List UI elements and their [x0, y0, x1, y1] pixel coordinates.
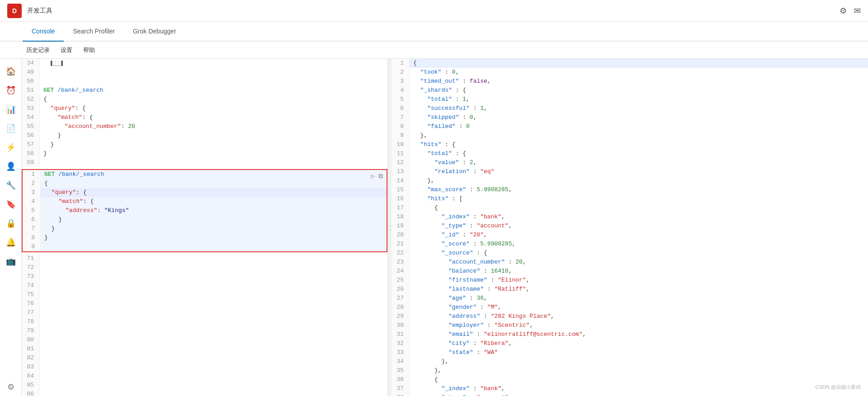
sidebar-icon-chart[interactable]: 📊 — [2, 100, 20, 118]
app-title: 开发工具 — [27, 7, 834, 15]
output-line: 21 "_score" : 5.9908285, — [392, 240, 868, 249]
output-line: 24 "balance" : 16418, — [392, 267, 868, 276]
toolbar-help[interactable]: 帮助 — [80, 44, 99, 56]
code-line: 74 — [22, 281, 387, 290]
sidebar-icon-stack[interactable]: ⚡ — [2, 138, 20, 156]
output-line: 6 "successful" : 1, — [392, 104, 868, 113]
code-line: 50 — [22, 77, 387, 86]
code-line: 78 — [22, 317, 387, 326]
output-line: 9 }, — [392, 131, 868, 140]
sidebar-icon-gear[interactable]: ⚙ — [2, 378, 20, 396]
tab-console[interactable]: Console — [23, 22, 64, 42]
code-line: 4 "match": { — [23, 197, 387, 206]
panels: 34 ███ 49 50 51 GET /bank/_search 52 — [22, 59, 868, 396]
code-line: 77 — [22, 308, 387, 317]
settings-icon[interactable]: ⚙ — [840, 6, 847, 16]
app-logo: D — [7, 4, 22, 18]
panel-divider[interactable]: ⋮⋮ — [388, 59, 392, 396]
tab-grok-debugger[interactable]: Grok Debugger — [124, 22, 185, 42]
output-line: 22 "_source" : { — [392, 249, 868, 258]
sidebar: 🏠 ⏰ 📊 📄 ⚡ 👤 🔧 🔖 🔒 🔔 📺 ⚙ — [0, 59, 22, 396]
output-line: 30 "employer" : "Scentric", — [392, 321, 868, 330]
tab-bar: Console Search Profiler Grok Debugger — [0, 22, 868, 42]
output-line: 12 "value" : 2, — [392, 158, 868, 167]
sidebar-icon-person[interactable]: 👤 — [2, 157, 20, 175]
output-line: 13 "relation" : "eq" — [392, 167, 868, 176]
output-line: 37 "_index" : "bank", — [392, 384, 868, 393]
code-line: 2 { — [23, 179, 387, 188]
output-line: 7 "skipped" : 0, — [392, 113, 868, 122]
code-line: 6 } — [23, 215, 387, 224]
sidebar-icon-tag[interactable]: 🔖 — [2, 195, 20, 213]
code-line: 7 } — [23, 224, 387, 233]
code-line: 49 — [22, 68, 387, 77]
code-line: 76 — [22, 299, 387, 308]
sidebar-icon-settings2[interactable]: 🔧 — [2, 176, 20, 194]
run-icon[interactable]: ▷ — [371, 172, 375, 181]
code-line: 52 { — [22, 95, 387, 104]
sidebar-icon-home[interactable]: 🏠 — [2, 62, 20, 80]
code-line: 51 GET /bank/_search — [22, 86, 387, 95]
code-line: 53 "query": { — [22, 104, 387, 113]
sidebar-icon-doc[interactable]: 📄 — [2, 119, 20, 137]
code-line: 83 — [22, 363, 387, 372]
code-line: 54 "match": { — [22, 113, 387, 122]
code-line: 79 — [22, 326, 387, 335]
output-line: 20 "_id" : "20", — [392, 231, 868, 240]
output-line: 27 "age" : 36, — [392, 294, 868, 303]
output-line: 4 "_shards" : { — [392, 86, 868, 95]
code-line: 9 — [23, 242, 387, 251]
output-line: 18 "_index" : "bank", — [392, 212, 868, 222]
toolbar-history[interactable]: 历史记录 — [23, 44, 53, 56]
mail-icon[interactable]: ✉ — [854, 6, 861, 16]
code-line: 5 "address": "Kings" — [23, 206, 387, 215]
toolbar: 历史记录 设置 帮助 — [0, 42, 868, 59]
code-line: 34 ███ — [22, 59, 387, 68]
output-line: 15 "max_score" : 5.9908285, — [392, 185, 868, 194]
code-line: 75 — [22, 290, 387, 299]
tab-search-profiler[interactable]: Search Profiler — [64, 22, 124, 42]
output-line: 35 }, — [392, 366, 868, 375]
code-line: 8 } — [23, 233, 387, 242]
output-line: 19 "_type" : "account", — [392, 222, 868, 231]
sidebar-icon-alert[interactable]: 🔔 — [2, 233, 20, 251]
sidebar-icon-lock[interactable]: 🔒 — [2, 214, 20, 232]
output-line: 25 "firstname" : "Elinor", — [392, 276, 868, 285]
code-line: 1 GET /bank/_search — [23, 170, 387, 179]
code-line: 55 "account_number": 20 — [22, 122, 387, 131]
top-bar: D 开发工具 ⚙ ✉ — [0, 0, 868, 22]
output-line: 5 "total" : 1, — [392, 95, 868, 104]
copy-icon[interactable]: ⧉ — [378, 172, 383, 181]
code-line: 59 — [22, 158, 387, 167]
output-line: 16 "hits" : [ — [392, 194, 868, 203]
output-line: 32 "city" : "Ribera", — [392, 339, 868, 348]
editor-panel: 34 ███ 49 50 51 GET /bank/_search 52 — [22, 59, 388, 396]
code-line: 82 — [22, 354, 387, 363]
output-panel[interactable]: 1 { 2 "took" : 0, 3 "timed_out" : false,… — [392, 59, 868, 396]
code-line: 58 } — [22, 149, 387, 158]
output-line: 11 "total" : { — [392, 149, 868, 158]
code-line: 73 — [22, 272, 387, 281]
code-line: 56 } — [22, 131, 387, 140]
output-line: 17 { — [392, 203, 868, 212]
output-line: 33 "state" : "WA" — [392, 348, 868, 357]
output-line: 28 "gender" : "M", — [392, 303, 868, 312]
output-line: 34 }, — [392, 357, 868, 366]
output-line: 38 "_type" : "account", — [392, 393, 868, 396]
highlighted-block: ▷ ⧉ 1 GET /bank/_search 2 { 3 "query": { — [22, 169, 387, 252]
code-line: 71 — [22, 254, 387, 263]
top-bar-icons: ⚙ ✉ — [840, 6, 861, 16]
editor-code-area[interactable]: 34 ███ 49 50 51 GET /bank/_search 52 — [22, 59, 387, 396]
output-line: 14 }, — [392, 176, 868, 185]
code-line: 3 "query": { — [23, 188, 387, 197]
sidebar-icon-clock[interactable]: ⏰ — [2, 81, 20, 99]
output-line: 29 "address" : "282 Kings Place", — [392, 312, 868, 321]
code-line: 80 — [22, 335, 387, 344]
sidebar-icon-monitor[interactable]: 📺 — [2, 252, 20, 270]
output-line: 10 "hits" : { — [392, 140, 868, 149]
toolbar-settings[interactable]: 设置 — [57, 44, 76, 56]
code-line: 57 } — [22, 140, 387, 149]
main-content: 🏠 ⏰ 📊 📄 ⚡ 👤 🔧 🔖 🔒 🔔 📺 ⚙ 34 ███ 49 — [0, 59, 868, 396]
code-line: 81 — [22, 344, 387, 354]
block-actions: ▷ ⧉ — [371, 172, 383, 181]
